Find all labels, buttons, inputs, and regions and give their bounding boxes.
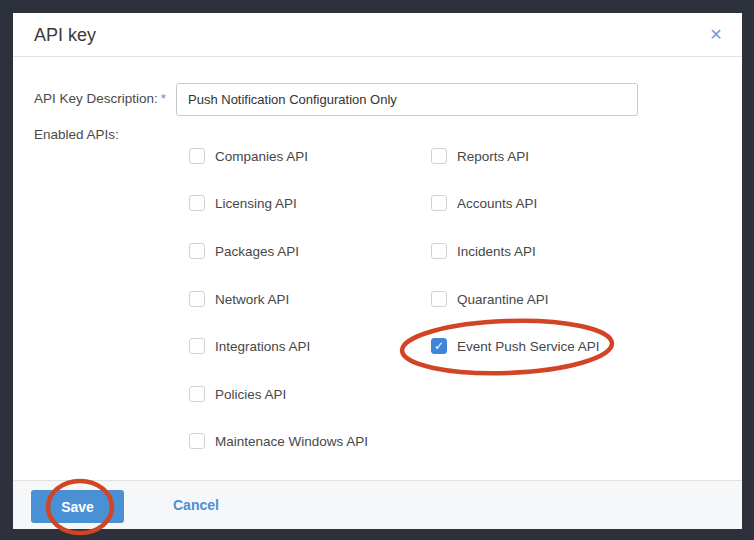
checkbox-row-event-push-service-api: ✓ Event Push Service API (431, 338, 600, 354)
checkbox-row-maintenace-windows-api: Maintenace Windows API (189, 433, 368, 449)
required-asterisk: * (161, 91, 166, 106)
integrations-api-label[interactable]: Integrations API (215, 339, 310, 354)
reports-api-label[interactable]: Reports API (457, 149, 529, 164)
licensing-api-label[interactable]: Licensing API (215, 196, 297, 211)
checkbox-row-integrations-api: Integrations API (189, 338, 310, 354)
accounts-api-label[interactable]: Accounts API (457, 196, 537, 211)
policies-api-checkbox[interactable] (189, 386, 205, 402)
incidents-api-checkbox[interactable] (431, 243, 447, 259)
check-icon: ✓ (432, 339, 446, 354)
incidents-api-label[interactable]: Incidents API (457, 244, 536, 259)
maintenace-windows-api-label[interactable]: Maintenace Windows API (215, 434, 368, 449)
description-label: API Key Description:* (34, 91, 166, 106)
cancel-button[interactable]: Cancel (173, 497, 219, 513)
maintenace-windows-api-checkbox[interactable] (189, 433, 205, 449)
policies-api-label[interactable]: Policies API (215, 387, 286, 402)
network-api-label[interactable]: Network API (215, 292, 289, 307)
enabled-apis-label: Enabled APIs: (34, 127, 119, 142)
packages-api-label[interactable]: Packages API (215, 244, 299, 259)
close-icon[interactable]: ✕ (707, 26, 725, 44)
checkbox-row-packages-api: Packages API (189, 243, 299, 259)
checkbox-row-companies-api: Companies API (189, 148, 308, 164)
companies-api-label[interactable]: Companies API (215, 149, 308, 164)
save-button[interactable]: Save (31, 490, 124, 523)
checkbox-row-reports-api: Reports API (431, 148, 529, 164)
event-push-service-api-label[interactable]: Event Push Service API (457, 339, 600, 354)
checkbox-row-network-api: Network API (189, 291, 289, 307)
integrations-api-checkbox[interactable] (189, 338, 205, 354)
accounts-api-checkbox[interactable] (431, 195, 447, 211)
description-label-text: API Key Description: (34, 91, 158, 106)
dialog-footer: Save Cancel (13, 480, 742, 529)
checkbox-row-quarantine-api: Quarantine API (431, 291, 549, 307)
api-key-dialog: API key ✕ API Key Description:* Enabled … (13, 13, 742, 529)
checkbox-row-incidents-api: Incidents API (431, 243, 536, 259)
companies-api-checkbox[interactable] (189, 148, 205, 164)
dialog-header: API key ✕ (13, 13, 742, 57)
event-push-service-api-checkbox[interactable]: ✓ (431, 338, 447, 354)
checkbox-row-licensing-api: Licensing API (189, 195, 297, 211)
packages-api-checkbox[interactable] (189, 243, 205, 259)
dialog-title: API key (34, 25, 96, 46)
licensing-api-checkbox[interactable] (189, 195, 205, 211)
quarantine-api-checkbox[interactable] (431, 291, 447, 307)
api-key-description-input[interactable] (176, 83, 638, 116)
reports-api-checkbox[interactable] (431, 148, 447, 164)
checkbox-row-accounts-api: Accounts API (431, 195, 537, 211)
network-api-checkbox[interactable] (189, 291, 205, 307)
quarantine-api-label[interactable]: Quarantine API (457, 292, 549, 307)
checkbox-row-policies-api: Policies API (189, 386, 286, 402)
